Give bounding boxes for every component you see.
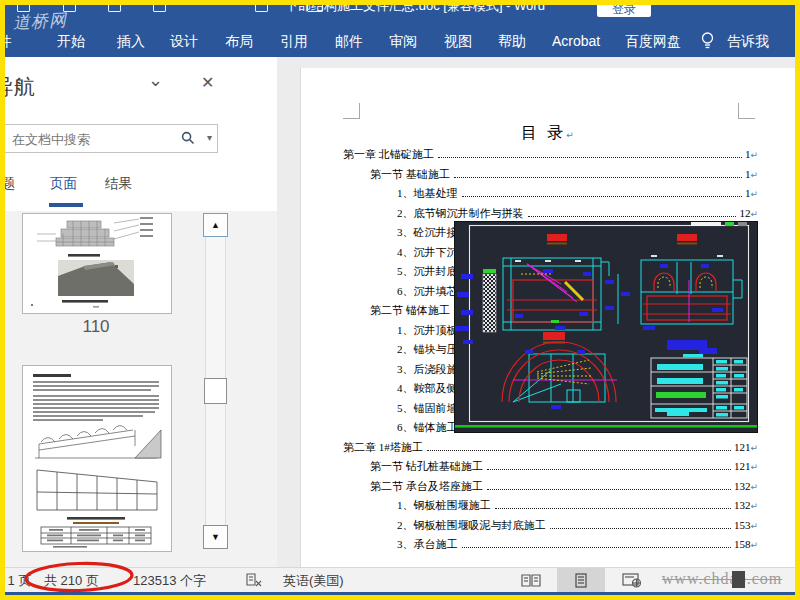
- title-bar: 下部结构施工文件汇总.doc [兼容模式] - Word 登录 道桥网 告诉我 …: [5, 5, 795, 57]
- toc-entry-label: 第二章 1#塔施工: [343, 438, 423, 458]
- nav-tab-pages[interactable]: 页面: [50, 175, 77, 193]
- toc-entry-label: 2、钢板桩围堰吸泥与封底施工: [397, 516, 546, 536]
- toc-entry[interactable]: 第二章 1#塔施工121↵: [343, 438, 758, 458]
- paragraph-mark: ↵: [750, 536, 758, 556]
- toc-entry[interactable]: 第二节 承台及塔座施工132↵: [343, 477, 758, 497]
- toc-entry-label: 第一章 北锚碇施工: [343, 145, 434, 165]
- cad-drawing-image[interactable]: [455, 222, 757, 432]
- scroll-down-icon[interactable]: ▼: [203, 525, 228, 549]
- scrollbar-thumb[interactable]: [204, 378, 227, 404]
- toc-entry[interactable]: 第一节 基础施工1↵: [343, 165, 758, 185]
- margin-crop-mark: [343, 103, 360, 119]
- nav-pane-title: 导航: [5, 73, 35, 101]
- search-icon[interactable]: [181, 131, 195, 149]
- toc-entry-label: 4、沉井下沉: [397, 243, 458, 263]
- toc-entry-label: 6、沉井填芯: [397, 282, 458, 302]
- document-area[interactable]: 目 录↵ 第一章 北锚碇施工1↵第一节 基础施工1↵1、地基处理1↵2、底节钢沉…: [277, 57, 795, 567]
- ribbon-tab-10[interactable]: Acrobat: [552, 33, 600, 49]
- toc-dot-leader: [487, 469, 731, 470]
- ribbon-tab-4[interactable]: 布局: [225, 33, 253, 51]
- margin-crop-mark: [738, 103, 755, 119]
- page-thumbnail[interactable]: [22, 365, 172, 552]
- toc-dot-leader: [454, 177, 742, 178]
- read-mode-icon[interactable]: [520, 573, 542, 591]
- toc-title: 目 录↵: [300, 123, 795, 144]
- toc-entry-label: 1、钢板桩围堰施工: [397, 496, 491, 516]
- window-title: 下部结构施工文件汇总.doc [兼容模式] - Word: [205, 5, 625, 15]
- toc-entry[interactable]: 3、承台施工158↵: [343, 535, 758, 555]
- paragraph-mark: ↵: [750, 497, 758, 517]
- toc-entry-label: 3、承台施工: [397, 535, 458, 555]
- navigation-pane: 导航 ⌄ ✕ 在文档中搜索 ▾ 标题 页面 结果: [5, 57, 278, 567]
- toc-entry[interactable]: 第一节 钻孔桩基础施工121↵: [343, 457, 758, 477]
- ribbon-tab-9[interactable]: 帮助: [498, 33, 526, 51]
- print-layout-icon[interactable]: [572, 573, 590, 591]
- language-indicator[interactable]: 英语(美国): [283, 572, 344, 590]
- web-layout-icon[interactable]: [622, 573, 642, 591]
- paragraph-mark: ↵: [750, 439, 758, 459]
- paragraph-mark: ↵: [750, 478, 758, 498]
- toc-entry-label: 2、底节钢沉井制作与拼装: [397, 204, 524, 224]
- toc-entry[interactable]: 1、地基处理1↵: [343, 184, 758, 204]
- paragraph-mark: ↵: [750, 458, 758, 478]
- toc-entry[interactable]: 第一章 北锚碇施工1↵: [343, 145, 758, 165]
- toc-page-number: 12: [739, 204, 750, 224]
- red-circle-annotation: [23, 559, 143, 595]
- toc-entry-label: 第二节 承台及塔座施工: [370, 477, 483, 497]
- ribbon-tab-8[interactable]: 视图: [444, 33, 472, 51]
- active-tab-underline: [49, 203, 83, 207]
- ribbon-tab-bar: 告诉我 文件开始插入设计布局引用邮件审阅视图帮助Acrobat百度网盘: [5, 27, 795, 57]
- toc-page-number: 158: [734, 535, 751, 555]
- toc-entry[interactable]: 2、底节钢沉井制作与拼装12↵: [343, 204, 758, 224]
- scroll-up-icon[interactable]: ▲: [203, 213, 228, 237]
- toc-page-number: 121: [734, 438, 751, 458]
- ribbon-tab-7[interactable]: 审阅: [389, 33, 417, 51]
- watermark-artifact: [732, 571, 745, 588]
- toc-dot-leader: [528, 216, 737, 217]
- chevron-down-icon[interactable]: ⌄: [148, 69, 163, 91]
- lightbulb-icon: [700, 31, 715, 55]
- quick-access-icon[interactable]: [108, 5, 121, 12]
- search-placeholder: 在文档中搜索: [12, 131, 90, 149]
- nav-tab-results[interactable]: 结果: [105, 175, 132, 193]
- paragraph-mark: ↵: [566, 130, 574, 140]
- ribbon-tab-11[interactable]: 百度网盘: [625, 33, 681, 51]
- search-input[interactable]: 在文档中搜索 ▾: [5, 124, 218, 153]
- toc-entry[interactable]: 2、钢板桩围堰吸泥与封底施工153↵: [343, 516, 758, 536]
- ribbon-tab-6[interactable]: 邮件: [335, 33, 363, 51]
- nav-tab-headings[interactable]: 标题: [5, 175, 15, 193]
- toc-entry-label: 5、沉井封底: [397, 262, 458, 282]
- toc-entry-label: 1、地基处理: [397, 184, 458, 204]
- paragraph-mark: ↵: [750, 517, 758, 537]
- toc-dot-leader: [462, 196, 742, 197]
- toc-dot-leader: [550, 528, 731, 529]
- login-button[interactable]: 登录: [597, 5, 651, 17]
- quick-access-icon[interactable]: [153, 5, 166, 12]
- close-icon[interactable]: ✕: [201, 73, 214, 92]
- toc-entry[interactable]: 1、钢板桩围堰施工132↵: [343, 496, 758, 516]
- paragraph-mark: ↵: [750, 185, 758, 205]
- toc-dot-leader: [462, 547, 731, 548]
- toc-dot-leader: [438, 157, 742, 158]
- toc-entry-label: 第二节 锚体施工: [370, 301, 450, 321]
- page-thumbnail-list: 110: [5, 211, 277, 567]
- ribbon-tab-3[interactable]: 设计: [170, 33, 198, 51]
- word-count-indicator[interactable]: 123513 个字: [133, 572, 206, 590]
- page-thumbnail[interactable]: [22, 213, 172, 314]
- toc-page-number: 132: [734, 477, 751, 497]
- proofing-error-icon[interactable]: [245, 572, 263, 590]
- paragraph-mark: ↵: [750, 166, 758, 186]
- search-dropdown-icon[interactable]: ▾: [207, 132, 212, 143]
- ribbon-tab-0[interactable]: 文件: [5, 33, 12, 51]
- toc-entry-label: 第一节 钻孔桩基础施工: [370, 457, 483, 477]
- screenshot-frame: 下部结构施工文件汇总.doc [兼容模式] - Word 登录 道桥网 告诉我 …: [0, 0, 800, 600]
- site-url-watermark: www.chdao.com: [649, 570, 795, 588]
- ribbon-tab-5[interactable]: 引用: [280, 33, 308, 51]
- thumbnail-text-and-drawing: [23, 366, 169, 549]
- thumbnail-page-number: 110: [22, 317, 170, 337]
- ribbon-tab-2[interactable]: 插入: [117, 33, 145, 51]
- tell-me-label[interactable]: 告诉我: [727, 33, 769, 51]
- ribbon-tab-1[interactable]: 开始: [57, 33, 85, 51]
- toc-page-number: 132: [734, 496, 751, 516]
- toc-page-number: 153: [734, 516, 751, 536]
